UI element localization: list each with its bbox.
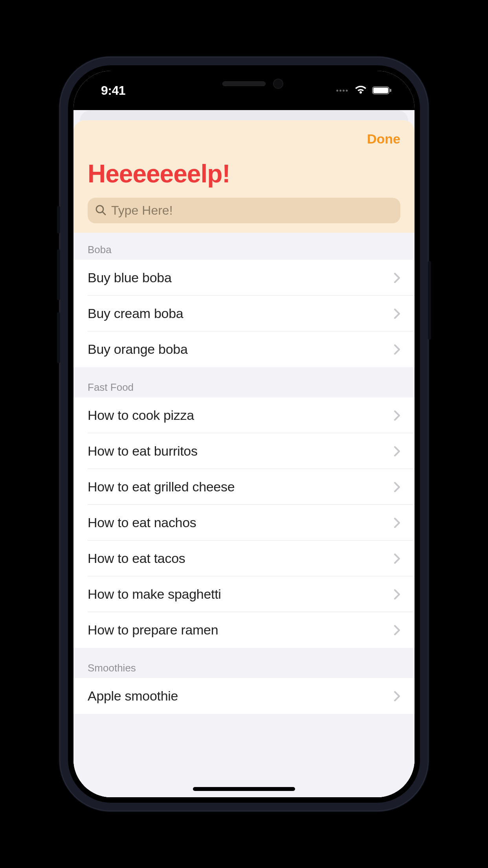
notch bbox=[173, 71, 315, 97]
modal-sheet: Done Heeeeeeelp! Boba Buy blue boba bbox=[73, 120, 415, 797]
section-header-smoothies: Smoothies bbox=[73, 648, 415, 678]
list-item[interactable]: Buy blue boba bbox=[73, 260, 415, 296]
status-icons bbox=[336, 86, 393, 95]
list-item-label: How to eat tacos bbox=[88, 551, 185, 566]
chevron-right-icon bbox=[394, 273, 400, 283]
chevron-right-icon bbox=[394, 518, 400, 528]
list-item[interactable]: How to make spaghetti bbox=[73, 576, 415, 612]
list-item[interactable]: How to eat nachos bbox=[73, 505, 415, 541]
list-item-label: Buy orange boba bbox=[88, 342, 188, 357]
section-smoothies: Apple smoothie bbox=[73, 678, 415, 714]
svg-rect-1 bbox=[373, 88, 388, 93]
cellular-icon bbox=[336, 90, 348, 92]
wifi-icon bbox=[354, 86, 367, 95]
speaker-grille bbox=[222, 81, 266, 86]
mute-switch bbox=[57, 206, 60, 234]
list[interactable]: Boba Buy blue boba Buy cream boba Buy or… bbox=[73, 233, 415, 797]
list-item-label: Buy cream boba bbox=[88, 306, 183, 321]
list-item[interactable]: How to eat grilled cheese bbox=[73, 469, 415, 505]
list-item[interactable]: How to prepare ramen bbox=[73, 612, 415, 648]
power-button bbox=[428, 261, 431, 340]
chevron-right-icon bbox=[394, 446, 400, 456]
svg-line-4 bbox=[103, 212, 105, 215]
chevron-right-icon bbox=[394, 554, 400, 564]
battery-icon bbox=[372, 86, 393, 95]
section-boba: Buy blue boba Buy cream boba Buy orange … bbox=[73, 260, 415, 367]
page-title: Heeeeeeelp! bbox=[88, 159, 400, 188]
search-box[interactable] bbox=[88, 198, 400, 223]
section-header-boba: Boba bbox=[73, 233, 415, 260]
screen: 9:41 Done bbox=[73, 71, 415, 797]
list-item[interactable]: Apple smoothie bbox=[73, 678, 415, 714]
list-item[interactable]: How to cook pizza bbox=[73, 397, 415, 433]
front-camera bbox=[273, 79, 283, 89]
sheet-header: Done Heeeeeeelp! bbox=[73, 120, 415, 233]
chevron-right-icon bbox=[394, 482, 400, 492]
chevron-right-icon bbox=[394, 691, 400, 701]
search-input[interactable] bbox=[111, 203, 393, 218]
section-header-fast-food: Fast Food bbox=[73, 367, 415, 397]
list-item-label: How to eat nachos bbox=[88, 515, 196, 530]
chevron-right-icon bbox=[394, 589, 400, 600]
chevron-right-icon bbox=[394, 625, 400, 635]
status-time: 9:41 bbox=[101, 83, 125, 98]
volume-down-button bbox=[57, 312, 60, 363]
list-item-label: How to eat grilled cheese bbox=[88, 479, 235, 495]
chevron-right-icon bbox=[394, 344, 400, 355]
svg-rect-2 bbox=[390, 89, 391, 92]
chevron-right-icon bbox=[394, 410, 400, 421]
done-button[interactable]: Done bbox=[367, 131, 400, 147]
list-item-label: How to cook pizza bbox=[88, 408, 194, 423]
list-item-label: How to make spaghetti bbox=[88, 587, 221, 602]
device-frame: 9:41 Done bbox=[59, 57, 429, 811]
chevron-right-icon bbox=[394, 309, 400, 319]
list-item[interactable]: How to eat tacos bbox=[73, 541, 415, 576]
list-item[interactable]: Buy cream boba bbox=[73, 296, 415, 331]
list-item[interactable]: Buy orange boba bbox=[73, 331, 415, 367]
list-item-label: Buy blue boba bbox=[88, 270, 172, 285]
section-fast-food: How to cook pizza How to eat burritos Ho… bbox=[73, 397, 415, 648]
list-item-label: How to prepare ramen bbox=[88, 622, 218, 638]
list-item-label: How to eat burritos bbox=[88, 443, 198, 459]
search-icon bbox=[95, 204, 106, 217]
home-indicator[interactable] bbox=[193, 787, 295, 791]
volume-up-button bbox=[57, 249, 60, 300]
list-item[interactable]: How to eat burritos bbox=[73, 433, 415, 469]
list-item-label: Apple smoothie bbox=[88, 688, 178, 704]
